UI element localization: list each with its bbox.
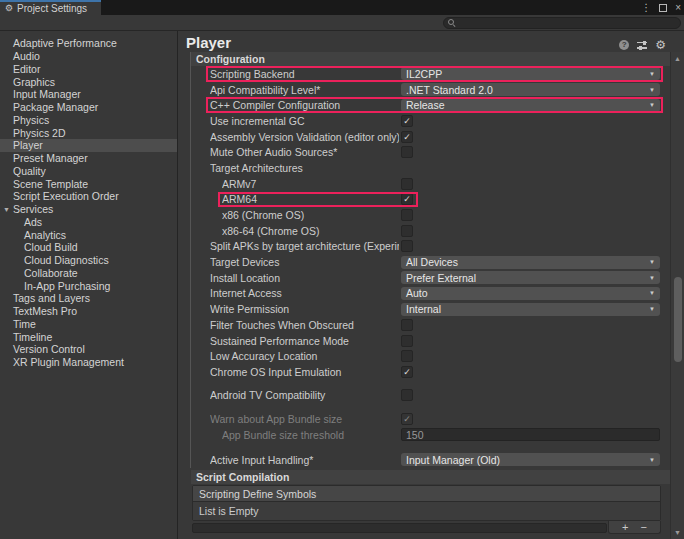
x86-64-chrome-os-checkbox[interactable] bbox=[401, 225, 413, 237]
sidebar-item-time[interactable]: Time bbox=[0, 318, 177, 331]
help-icon[interactable]: ? bbox=[619, 40, 629, 50]
setting-label: Write Permission bbox=[210, 303, 399, 315]
sidebar-item-label: Quality bbox=[13, 165, 46, 177]
setting-row-x86-chrome-os: x86 (Chrome OS) bbox=[179, 207, 670, 223]
setting-label: Use incremental GC bbox=[210, 115, 399, 127]
sidebar-item-version-control[interactable]: Version Control bbox=[0, 343, 177, 356]
sidebar-item-label: Preset Manager bbox=[13, 152, 88, 164]
api-compatibility-level-dropdown[interactable]: .NET Standard 2.0▼ bbox=[401, 83, 660, 96]
scrollbar-thumb[interactable] bbox=[674, 277, 682, 362]
sidebar-item-graphics[interactable]: Graphics bbox=[0, 75, 177, 88]
sidebar-item-preset-manager[interactable]: Preset Manager bbox=[0, 152, 177, 165]
setting-row-scripting-backend: Scripting BackendIL2CPP▼ bbox=[179, 66, 670, 82]
presets-icon[interactable] bbox=[637, 41, 647, 50]
armv7-checkbox[interactable] bbox=[401, 178, 413, 190]
sidebar-item-cloud-build[interactable]: Cloud Build bbox=[0, 241, 177, 254]
scroll-up-icon[interactable]: ▲ bbox=[671, 55, 684, 62]
sidebar-item-player[interactable]: Player bbox=[0, 139, 177, 152]
search-input[interactable] bbox=[443, 17, 681, 29]
internet-access-dropdown[interactable]: Auto▼ bbox=[401, 287, 660, 300]
chevron-down-icon: ▼ bbox=[649, 290, 655, 296]
setting-label: App Bundle size threshold bbox=[222, 429, 399, 441]
settings-sidebar: Adaptive PerformanceAudioEditorGraphicsI… bbox=[0, 31, 178, 539]
setting-label: Target Devices bbox=[210, 256, 399, 268]
assembly-version-validation-editor-only-checkbox[interactable]: ✓ bbox=[401, 131, 413, 143]
setting-label: Install Location bbox=[210, 272, 399, 284]
setting-label: Mute Other Audio Sources* bbox=[210, 146, 399, 158]
sidebar-item-textmesh-pro[interactable]: TextMesh Pro bbox=[0, 305, 177, 318]
sidebar-item-script-execution-order[interactable]: Script Execution Order bbox=[0, 190, 177, 203]
filter-touches-when-obscured-checkbox[interactable] bbox=[401, 319, 413, 331]
target-devices-dropdown[interactable]: All Devices▼ bbox=[401, 256, 660, 269]
chrome-os-input-emulation-checkbox[interactable]: ✓ bbox=[401, 366, 413, 378]
sidebar-item-label: Cloud Build bbox=[24, 241, 78, 253]
install-location-dropdown[interactable]: Prefer External▼ bbox=[401, 271, 660, 284]
remove-item-button[interactable]: − bbox=[641, 522, 647, 533]
gear-icon[interactable]: ⚙ bbox=[655, 39, 666, 51]
toolbar bbox=[0, 15, 684, 31]
setting-label: x86-64 (Chrome OS) bbox=[222, 225, 399, 237]
sidebar-item-physics-2d[interactable]: Physics 2D bbox=[0, 126, 177, 139]
sidebar-item-quality[interactable]: Quality bbox=[0, 165, 177, 178]
setting-label: Chrome OS Input Emulation bbox=[210, 366, 399, 378]
use-incremental-gc-checkbox[interactable]: ✓ bbox=[401, 115, 413, 127]
c-compiler-configuration-dropdown[interactable]: Release▼ bbox=[401, 99, 660, 112]
android-tv-compatibility-checkbox[interactable] bbox=[401, 389, 413, 401]
row-spacer bbox=[179, 380, 670, 387]
sidebar-item-scene-template[interactable]: Scene Template bbox=[0, 177, 177, 190]
sidebar-item-label: Cloud Diagnostics bbox=[24, 254, 109, 266]
setting-row-install-location: Install LocationPrefer External▼ bbox=[179, 270, 670, 286]
foldout-icon[interactable]: ▼ bbox=[3, 206, 13, 213]
dropdown-value: Auto bbox=[406, 287, 428, 299]
maximize-icon[interactable] bbox=[659, 4, 667, 12]
sidebar-item-cloud-diagnostics[interactable]: Cloud Diagnostics bbox=[0, 254, 177, 267]
sidebar-item-label: Physics bbox=[13, 114, 49, 126]
dropdown-value: IL2CPP bbox=[406, 68, 442, 80]
tab-project-settings[interactable]: ⚙ Project Settings bbox=[0, 0, 101, 15]
scroll-down-icon[interactable]: ▼ bbox=[671, 529, 684, 536]
dropdown-value: .NET Standard 2.0 bbox=[406, 84, 493, 96]
setting-label: Target Architectures bbox=[210, 162, 399, 174]
menu-dots-icon[interactable]: ⋮ bbox=[641, 3, 651, 13]
sidebar-item-physics[interactable]: Physics bbox=[0, 114, 177, 127]
sidebar-item-collaborate[interactable]: Collaborate bbox=[0, 267, 177, 280]
sidebar-item-ads[interactable]: Ads bbox=[0, 216, 177, 229]
chevron-down-icon: ▼ bbox=[649, 259, 655, 265]
arm64-checkbox[interactable]: ✓ bbox=[401, 193, 413, 205]
sidebar-item-xr-plugin-management[interactable]: XR Plugin Management bbox=[0, 356, 177, 369]
sidebar-item-input-manager[interactable]: Input Manager bbox=[0, 88, 177, 101]
chevron-down-icon: ▼ bbox=[649, 71, 655, 77]
split-apks-by-target-architecture-experime-checkbox[interactable] bbox=[401, 240, 413, 252]
mute-other-audio-sources-checkbox[interactable] bbox=[401, 146, 413, 158]
setting-label: Api Compatibility Level* bbox=[210, 84, 399, 96]
sidebar-item-label: Adaptive Performance bbox=[13, 37, 117, 49]
sidebar-item-timeline[interactable]: Timeline bbox=[0, 330, 177, 343]
sustained-performance-mode-checkbox[interactable] bbox=[401, 335, 413, 347]
warn-about-app-bundle-size-checkbox: ✓ bbox=[401, 413, 413, 425]
close-icon[interactable]: × bbox=[675, 3, 681, 13]
sidebar-item-analytics[interactable]: Analytics bbox=[0, 228, 177, 241]
setting-row-sustained-performance-mode: Sustained Performance Mode bbox=[179, 333, 670, 349]
low-accuracy-location-checkbox[interactable] bbox=[401, 350, 413, 362]
sidebar-item-label: Input Manager bbox=[13, 88, 81, 100]
sidebar-item-audio[interactable]: Audio bbox=[0, 50, 177, 63]
sidebar-item-editor[interactable]: Editor bbox=[0, 63, 177, 76]
setting-label: ARM64 bbox=[222, 193, 399, 205]
tab-title: Project Settings bbox=[17, 3, 87, 14]
write-permission-dropdown[interactable]: Internal▼ bbox=[401, 303, 660, 316]
sidebar-item-in-app-purchasing[interactable]: In-App Purchasing bbox=[0, 279, 177, 292]
vertical-scrollbar[interactable]: ▲ ▼ bbox=[670, 52, 684, 539]
x86-chrome-os-checkbox[interactable] bbox=[401, 209, 413, 221]
add-item-button[interactable]: + bbox=[622, 522, 628, 533]
setting-row-write-permission: Write PermissionInternal▼ bbox=[179, 301, 670, 317]
sidebar-item-tags-and-layers[interactable]: Tags and Layers bbox=[0, 292, 177, 305]
sidebar-item-adaptive-performance[interactable]: Adaptive Performance bbox=[0, 37, 177, 50]
tab-bar: ⚙ Project Settings ⋮ × bbox=[0, 0, 684, 15]
dropdown-value: Internal bbox=[406, 303, 441, 315]
scripting-backend-dropdown[interactable]: IL2CPP▼ bbox=[401, 67, 660, 80]
window-controls: ⋮ × bbox=[641, 0, 681, 15]
active-input-handling-dropdown[interactable]: Input Manager (Old)▼ bbox=[401, 453, 660, 466]
sidebar-item-label: Tags and Layers bbox=[13, 292, 90, 304]
sidebar-item-package-manager[interactable]: Package Manager bbox=[0, 101, 177, 114]
sidebar-item-services[interactable]: ▼Services bbox=[0, 203, 177, 216]
